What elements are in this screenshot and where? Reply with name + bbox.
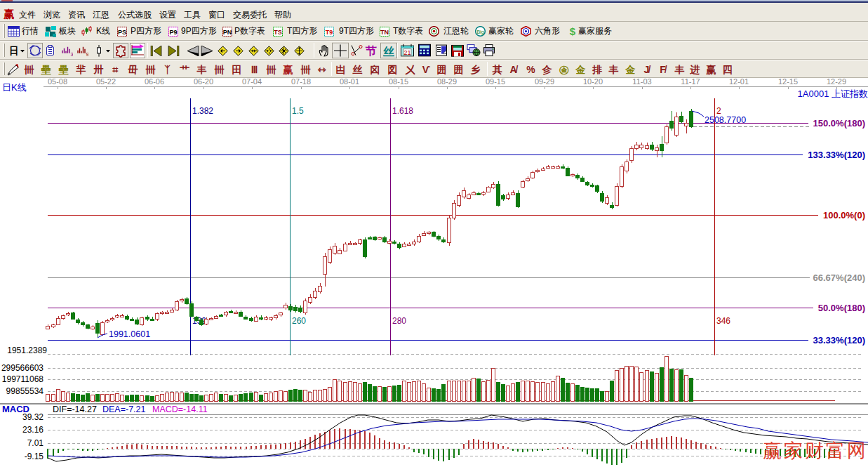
svg-text:丰: 丰	[196, 64, 207, 75]
svg-text:21: 21	[403, 49, 410, 56]
svg-text:11-17: 11-17	[681, 78, 700, 86]
svg-text:09-15: 09-15	[486, 78, 505, 86]
svg-text:07-18: 07-18	[291, 78, 311, 86]
svg-text:07-04: 07-04	[242, 78, 262, 86]
svg-text:丝: 丝	[382, 45, 394, 57]
svg-text:Ѵ: Ѵ	[422, 64, 431, 75]
svg-text:199711068: 199711068	[2, 374, 44, 384]
svg-text:1991.0601: 1991.0601	[109, 329, 150, 339]
svg-text:12-15: 12-15	[778, 78, 798, 86]
svg-text:346: 346	[716, 316, 730, 326]
svg-text:08-29: 08-29	[437, 78, 457, 86]
svg-text:Ⅲ: Ⅲ	[251, 64, 258, 75]
svg-text:艹: 艹	[180, 64, 190, 75]
svg-text:1A0001 上证指数: 1A0001 上证指数	[798, 88, 868, 99]
svg-text:05-22: 05-22	[96, 78, 116, 86]
svg-text:乡: 乡	[471, 64, 481, 75]
svg-text:9: 9	[86, 51, 89, 57]
svg-text:P9: P9	[169, 28, 177, 35]
svg-text:1951.2389: 1951.2389	[7, 346, 47, 355]
svg-text:DIF=-14.27: DIF=-14.27	[53, 404, 97, 414]
svg-text:排: 排	[592, 64, 603, 75]
svg-text:PS: PS	[118, 28, 126, 35]
svg-text:赢: 赢	[706, 64, 716, 75]
svg-text:凷: 凷	[336, 64, 346, 75]
svg-text:PN: PN	[223, 28, 232, 35]
svg-text:$: $	[570, 26, 576, 37]
svg-text:2: 2	[716, 106, 721, 116]
svg-text:卌: 卌	[267, 64, 276, 75]
svg-text:TS: TS	[274, 28, 282, 35]
svg-text:金: 金	[575, 64, 586, 75]
svg-text:囲: 囲	[454, 64, 464, 75]
svg-text:100.0%(0): 100.0%(0)	[823, 210, 865, 221]
svg-text:08-15: 08-15	[389, 78, 408, 86]
svg-text:Big: Big	[476, 29, 483, 35]
svg-text:ᛉ: ᛉ	[164, 64, 171, 75]
svg-text:66.67%(240): 66.67%(240)	[813, 272, 865, 283]
svg-text:280: 280	[392, 316, 406, 326]
svg-text:39.32: 39.32	[22, 412, 44, 422]
svg-text:壘: 壘	[41, 64, 52, 75]
svg-text:赢: 赢	[283, 64, 293, 75]
svg-text:㐱: 㐱	[542, 64, 552, 75]
svg-text:DEA=-7.21: DEA=-7.21	[102, 404, 146, 414]
svg-text:㐅: 㐅	[405, 64, 416, 75]
svg-text:F̸: F̸	[660, 64, 667, 75]
svg-text:1.618: 1.618	[392, 106, 413, 116]
svg-text:⽥: ⽥	[232, 64, 242, 75]
svg-text:図: 図	[388, 64, 398, 75]
svg-text:其: 其	[493, 64, 502, 75]
svg-text:毌: 毌	[128, 64, 138, 75]
svg-text:赢家财富网: 赢家财富网	[763, 440, 868, 461]
svg-text:150.0%(180): 150.0%(180)	[813, 118, 865, 129]
svg-text:12-29: 12-29	[827, 78, 846, 86]
svg-text:金: 金	[625, 64, 636, 75]
svg-text:羋: 羋	[76, 64, 86, 75]
svg-text:丝: 丝	[352, 64, 363, 75]
svg-text:33.33%(120): 33.33%(120)	[813, 335, 865, 346]
svg-text:囟: 囟	[370, 64, 380, 75]
svg-text:1.382: 1.382	[192, 106, 213, 116]
svg-text:T9: T9	[326, 28, 333, 35]
svg-text:丰: 丰	[674, 64, 685, 75]
svg-text:10-20: 10-20	[583, 78, 603, 86]
svg-text:进: 进	[690, 64, 700, 75]
svg-text:日K线: 日K线	[2, 82, 27, 93]
svg-text:㊎: ㊎	[559, 64, 569, 75]
svg-text:丰: 丰	[608, 64, 619, 75]
svg-text:卌: 卌	[146, 64, 156, 75]
svg-text:卌: 卌	[25, 64, 34, 75]
svg-text:卅: 卅	[93, 64, 104, 75]
svg-text:299566603: 299566603	[1, 363, 44, 373]
svg-text:四: 四	[723, 64, 733, 75]
svg-text:节: 节	[365, 45, 377, 57]
svg-text:1.5: 1.5	[292, 106, 304, 116]
svg-text:05-08: 05-08	[48, 78, 67, 86]
svg-text:11-03: 11-03	[632, 78, 651, 86]
svg-text:12-01: 12-01	[729, 78, 749, 86]
svg-text:06-06: 06-06	[145, 78, 164, 86]
svg-text:08-01: 08-01	[340, 78, 359, 86]
svg-text:23.16: 23.16	[22, 425, 44, 435]
svg-text:50.0%(180): 50.0%(180)	[818, 303, 865, 313]
svg-text:MACD=-14.11: MACD=-14.11	[152, 404, 208, 414]
svg-text:-9.15: -9.15	[25, 452, 44, 461]
svg-text:3: 3	[71, 51, 74, 57]
svg-text:260: 260	[292, 316, 306, 326]
svg-text:%: %	[526, 64, 535, 75]
svg-text:A̸: A̸	[509, 64, 518, 75]
svg-text:卌: 卌	[301, 64, 311, 75]
svg-text:J̸: J̸	[644, 64, 651, 75]
svg-text:卌: 卌	[215, 64, 225, 75]
svg-text:壘: 壘	[58, 64, 69, 75]
svg-text:133.33%(120): 133.33%(120)	[808, 150, 865, 160]
svg-text:⇿: ⇿	[318, 64, 326, 75]
svg-text:09-29: 09-29	[535, 78, 554, 86]
svg-text:TN: TN	[380, 28, 389, 35]
svg-text:日: 日	[9, 45, 19, 56]
svg-text:⌗: ⌗	[112, 64, 119, 75]
svg-text:99855534: 99855534	[6, 386, 44, 396]
svg-text:囲: 囲	[437, 64, 447, 75]
svg-text:7.01: 7.01	[27, 438, 44, 448]
